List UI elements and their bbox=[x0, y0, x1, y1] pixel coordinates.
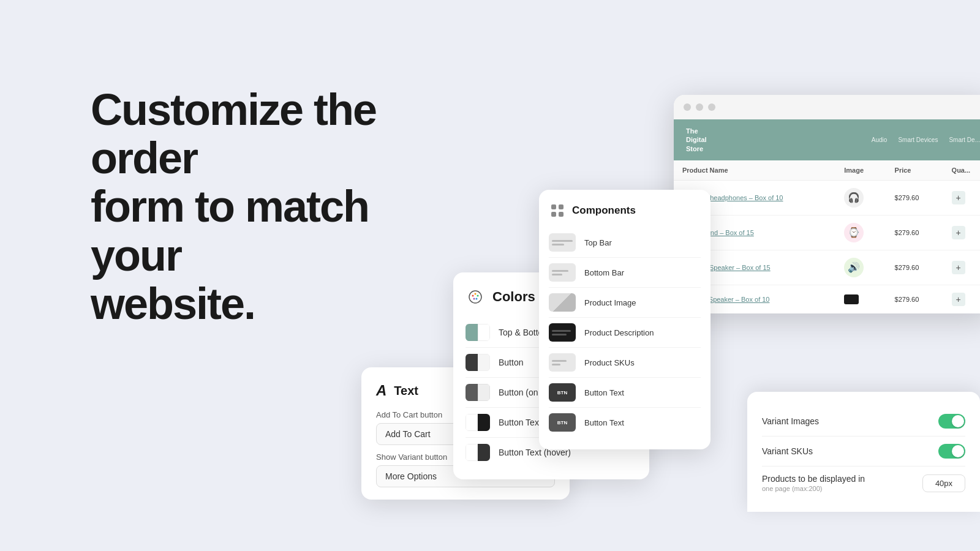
col-image: Image bbox=[835, 160, 886, 181]
component-label-button-text-1: Button Text bbox=[584, 388, 624, 397]
products-per-page-label-group: Products to be displayed in one page (ma… bbox=[762, 474, 865, 492]
component-thumb-product-skus bbox=[549, 353, 576, 372]
component-thumb-button-text-1: BTN bbox=[549, 383, 576, 402]
window-dot-1 bbox=[684, 103, 691, 111]
product-img-4 bbox=[844, 294, 859, 304]
text-icon: A bbox=[376, 382, 386, 399]
table-row: Portable Speaker – Box of 15 🔊 $279.60 + bbox=[674, 250, 980, 285]
component-top-bar[interactable]: Top Bar bbox=[549, 228, 701, 258]
svg-point-2 bbox=[475, 293, 477, 295]
products-per-page-input[interactable] bbox=[922, 474, 965, 492]
component-thumb-product-image bbox=[549, 293, 576, 312]
palette-icon bbox=[466, 287, 485, 307]
hero-line3: website. bbox=[91, 279, 255, 328]
svg-point-3 bbox=[477, 295, 479, 297]
nav-smart-de[interactable]: Smart De... bbox=[949, 137, 980, 143]
text-panel-title: Text bbox=[394, 384, 418, 398]
svg-point-5 bbox=[473, 298, 475, 300]
table-row: Outdoor Speaker – Box of 10 $279.60 + bbox=[674, 285, 980, 313]
component-thumb-bottom-bar bbox=[549, 263, 576, 282]
store-nav: Audio Smart Devices Smart De... bbox=[872, 137, 980, 143]
component-thumb-product-description bbox=[549, 323, 576, 342]
svg-point-4 bbox=[476, 298, 478, 300]
window-dot-3 bbox=[708, 103, 715, 111]
component-button-text-2[interactable]: BTN Button Text bbox=[549, 408, 701, 437]
products-per-page-sublabel: one page (max:200) bbox=[762, 485, 865, 492]
variant-images-toggle[interactable] bbox=[938, 414, 965, 429]
qty-btn-4[interactable]: + bbox=[952, 293, 965, 306]
svg-point-1 bbox=[472, 295, 474, 297]
colors-panel-title: Colors bbox=[492, 289, 535, 305]
colors-thumb-top-bottom bbox=[466, 324, 490, 341]
titlebar bbox=[674, 95, 980, 119]
nav-audio[interactable]: Audio bbox=[872, 137, 888, 143]
components-grid-icon bbox=[549, 202, 566, 219]
variant-skus-label: Variant SKUs bbox=[762, 446, 813, 456]
product-price-1: $279.60 bbox=[886, 180, 943, 215]
hero-line1: Customize the order bbox=[91, 85, 376, 182]
window-dot-2 bbox=[696, 103, 703, 111]
qty-btn-1[interactable]: + bbox=[952, 191, 965, 204]
component-product-skus[interactable]: Product SKUs bbox=[549, 348, 701, 378]
qty-btn-2[interactable]: + bbox=[952, 226, 965, 239]
nav-smart-devices[interactable]: Smart Devices bbox=[898, 137, 938, 143]
col-product-name: Product Name bbox=[674, 160, 835, 181]
settings-row-products-per-page: Products to be displayed in one page (ma… bbox=[762, 467, 965, 500]
colors-thumb-button-text-hover bbox=[466, 444, 490, 461]
colors-thumb-button-hover bbox=[466, 384, 490, 401]
product-img-2: ⌚ bbox=[844, 223, 864, 242]
component-label-bottom-bar: Bottom Bar bbox=[584, 268, 624, 277]
hero-line2: form to match your bbox=[91, 182, 369, 279]
component-label-product-image: Product Image bbox=[584, 298, 636, 307]
products-per-page-label: Products to be displayed in bbox=[762, 474, 865, 484]
store-logo: TheDigitalStore bbox=[686, 127, 707, 153]
component-label-product-skus: Product SKUs bbox=[584, 358, 635, 367]
component-product-image[interactable]: Product Image bbox=[549, 288, 701, 318]
component-bottom-bar[interactable]: Bottom Bar bbox=[549, 258, 701, 288]
product-window: TheDigitalStore Audio Smart Devices Smar… bbox=[674, 95, 980, 313]
product-price-2: $279.60 bbox=[886, 215, 943, 250]
product-price-3: $279.60 bbox=[886, 250, 943, 285]
settings-row-variant-skus: Variant SKUs bbox=[762, 437, 965, 467]
settings-row-variant-images: Variant Images bbox=[762, 407, 965, 437]
toggle-knob-2 bbox=[952, 445, 964, 457]
svg-point-0 bbox=[469, 291, 481, 303]
col-price: Price bbox=[886, 160, 943, 181]
table-row: Smart Band – Box of 15 ⌚ $279.60 + bbox=[674, 215, 980, 250]
settings-panel: Variant Images Variant SKUs Products to … bbox=[747, 392, 980, 512]
col-qty: Qua... bbox=[943, 160, 980, 181]
product-table: Product Name Image Price Qua... Wireless… bbox=[674, 160, 980, 313]
colors-label-button-text: Button Text bbox=[499, 418, 541, 427]
qty-btn-3[interactable]: + bbox=[952, 261, 965, 274]
component-product-description[interactable]: Product Description bbox=[549, 318, 701, 348]
product-img-3: 🔊 bbox=[844, 258, 864, 277]
components-header: Components bbox=[549, 202, 701, 219]
store-header: TheDigitalStore Audio Smart Devices Smar… bbox=[674, 119, 980, 160]
product-img-1: 🎧 bbox=[844, 188, 864, 208]
colors-thumb-button-text bbox=[466, 414, 490, 431]
svg-rect-8 bbox=[551, 212, 556, 217]
component-label-button-text-2: Button Text bbox=[584, 418, 624, 427]
table-row: Wireless headphones – Box of 10 🎧 $279.6… bbox=[674, 180, 980, 215]
svg-rect-9 bbox=[559, 212, 564, 217]
svg-rect-6 bbox=[551, 204, 556, 209]
hero-section: Customize the order form to match your w… bbox=[91, 86, 434, 328]
component-thumb-button-text-2: BTN bbox=[549, 413, 576, 432]
colors-thumb-button bbox=[466, 354, 490, 371]
variant-skus-toggle[interactable] bbox=[938, 444, 965, 459]
colors-label-button: Button bbox=[499, 358, 523, 367]
toggle-knob-1 bbox=[952, 415, 964, 427]
component-thumb-top-bar bbox=[549, 233, 576, 252]
svg-rect-7 bbox=[559, 204, 564, 209]
product-price-4: $279.60 bbox=[886, 285, 943, 313]
component-label-product-description: Product Description bbox=[584, 328, 654, 337]
components-title: Components bbox=[572, 204, 636, 217]
component-button-text-1[interactable]: BTN Button Text bbox=[549, 378, 701, 408]
component-label-top-bar: Top Bar bbox=[584, 238, 612, 247]
variant-images-label: Variant Images bbox=[762, 416, 819, 426]
components-panel: Components Top Bar Bottom Bar Product Im… bbox=[539, 190, 710, 449]
